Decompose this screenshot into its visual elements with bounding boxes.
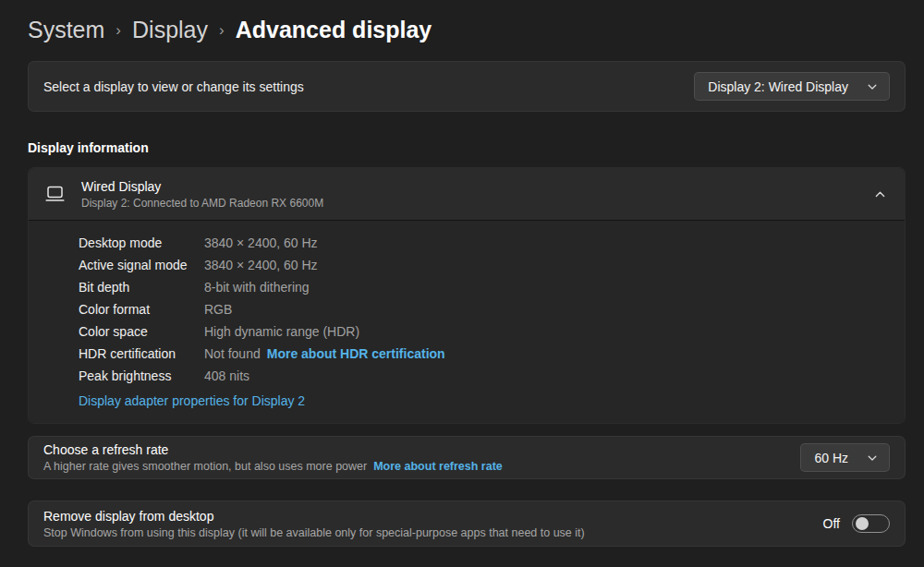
refresh-rate-card: Choose a refresh rate A higher rate give… bbox=[28, 436, 906, 479]
info-value: High dynamic range (HDR) bbox=[204, 324, 359, 339]
chevron-down-icon bbox=[867, 81, 878, 92]
refresh-rate-title: Choose a refresh rate bbox=[43, 442, 503, 457]
remove-display-title: Remove display from desktop bbox=[43, 509, 585, 524]
display-select-dropdown[interactable]: Display 2: Wired Display bbox=[694, 72, 890, 101]
info-row-color-space: Color space High dynamic range (HDR) bbox=[79, 320, 905, 343]
page-title: Advanced display bbox=[236, 15, 432, 44]
chevron-up-icon[interactable] bbox=[874, 188, 886, 200]
more-about-refresh-rate-link[interactable]: More about refresh rate bbox=[373, 460, 503, 473]
refresh-rate-dropdown[interactable]: 60 Hz bbox=[800, 443, 890, 472]
select-display-card: Select a display to view or change its s… bbox=[28, 61, 906, 112]
monitor-icon bbox=[44, 185, 81, 203]
more-about-hdr-certification-link[interactable]: More about HDR certification bbox=[267, 346, 445, 361]
advanced-display-page: System › Display › Advanced display Sele… bbox=[0, 0, 924, 547]
breadcrumb-system[interactable]: System bbox=[28, 15, 104, 44]
display-select-value: Display 2: Wired Display bbox=[708, 79, 848, 94]
info-label: Color space bbox=[79, 324, 204, 339]
info-label: Peak brightness bbox=[79, 368, 204, 383]
refresh-rate-description: A higher rate gives smoother motion, but… bbox=[43, 460, 503, 473]
info-value: Not found bbox=[204, 346, 261, 361]
refresh-rate-value: 60 Hz bbox=[814, 451, 848, 465]
info-label: Desktop mode bbox=[79, 235, 204, 250]
toggle-state-label: Off bbox=[823, 516, 840, 531]
breadcrumb-separator-icon: › bbox=[219, 16, 225, 45]
info-value: 3840 × 2400, 60 Hz bbox=[204, 258, 318, 272]
breadcrumb-separator-icon: › bbox=[116, 16, 121, 45]
breadcrumb-display[interactable]: Display bbox=[132, 15, 208, 44]
info-row-bit-depth: Bit depth 8-bit with dithering bbox=[79, 276, 905, 298]
refresh-rate-description-text: A higher rate gives smoother motion, but… bbox=[43, 460, 367, 473]
info-label: Bit depth bbox=[79, 280, 204, 295]
display-connection-subtitle: Display 2: Connected to AMD Radeon RX 66… bbox=[81, 197, 874, 210]
info-value: 8-bit with dithering bbox=[204, 280, 310, 295]
display-information-header-text: Wired Display Display 2: Connected to AM… bbox=[81, 179, 874, 210]
display-name: Wired Display bbox=[81, 179, 874, 194]
info-label: Active signal mode bbox=[79, 258, 204, 272]
remove-display-description: Stop Windows from using this display (it… bbox=[43, 526, 585, 539]
info-value: 408 nits bbox=[204, 368, 249, 383]
info-row-hdr-certification: HDR certification Not found More about H… bbox=[79, 343, 905, 365]
remove-display-toggle[interactable] bbox=[852, 514, 890, 533]
toggle-knob bbox=[856, 517, 869, 530]
select-display-label: Select a display to view or change its s… bbox=[43, 79, 304, 94]
display-adapter-properties-link[interactable]: Display adapter properties for Display 2 bbox=[79, 390, 905, 412]
info-label: HDR certification bbox=[79, 346, 204, 361]
remove-display-toggle-area: Off bbox=[823, 514, 890, 533]
info-label: Color format bbox=[79, 302, 204, 317]
info-value: 3840 × 2400, 60 Hz bbox=[204, 235, 318, 250]
display-information-details: Desktop mode 3840 × 2400, 60 Hz Active s… bbox=[29, 220, 905, 423]
info-row-desktop-mode: Desktop mode 3840 × 2400, 60 Hz bbox=[79, 232, 905, 254]
display-information-expander-header[interactable]: Wired Display Display 2: Connected to AM… bbox=[29, 168, 905, 220]
chevron-down-icon bbox=[867, 452, 878, 464]
remove-display-text: Remove display from desktop Stop Windows… bbox=[43, 509, 585, 539]
info-row-peak-brightness: Peak brightness 408 nits bbox=[79, 365, 905, 387]
refresh-rate-text: Choose a refresh rate A higher rate give… bbox=[43, 442, 503, 473]
info-value: RGB bbox=[204, 302, 232, 317]
display-information-card: Wired Display Display 2: Connected to AM… bbox=[28, 167, 906, 424]
info-row-active-signal-mode: Active signal mode 3840 × 2400, 60 Hz bbox=[79, 254, 905, 276]
info-row-color-format: Color format RGB bbox=[79, 298, 905, 320]
breadcrumb: System › Display › Advanced display bbox=[28, 13, 906, 45]
display-information-heading: Display information bbox=[28, 140, 906, 155]
remove-display-card: Remove display from desktop Stop Windows… bbox=[28, 501, 906, 547]
